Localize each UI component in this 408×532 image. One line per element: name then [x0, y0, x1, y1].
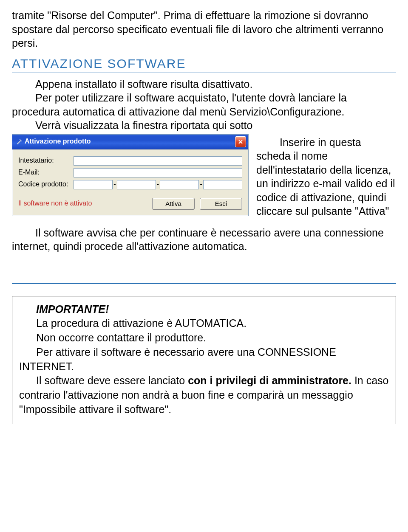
- dash-icon: -: [157, 180, 159, 189]
- code-seg-3[interactable]: [160, 180, 199, 189]
- label-codice: Codice prodotto:: [18, 180, 74, 189]
- code-seg-2[interactable]: [117, 180, 156, 189]
- note-title: IMPORTANTE!: [36, 303, 109, 315]
- section-line-2: Per poter utilizzare il software acquist…: [12, 91, 396, 118]
- code-seg-4[interactable]: [203, 180, 242, 189]
- label-intestatario: Intestatario:: [18, 156, 74, 165]
- note-line-3: Per attivare il software è necessario av…: [19, 345, 389, 374]
- product-code-group: - - -: [74, 180, 242, 189]
- dialog-title: Attivazione prodotto: [25, 137, 91, 146]
- section-intro: Appena installato il software risulta di…: [12, 77, 396, 91]
- note-line-4: Il software deve essere lanciato con i p…: [19, 374, 389, 417]
- note-line-1: La procedura di attivazione è AUTOMATICA…: [19, 316, 389, 331]
- side-instructions: Inserire in questa scheda il nome dell'i…: [256, 134, 396, 218]
- section-line-1: Appena installato il software risulta di…: [12, 77, 396, 91]
- attiva-button[interactable]: Attiva: [152, 198, 195, 210]
- svg-point-2: [21, 141, 22, 141]
- svg-point-0: [20, 140, 21, 141]
- code-seg-1[interactable]: [74, 180, 113, 189]
- wand-icon: [16, 138, 23, 145]
- esci-button[interactable]: Esci: [200, 198, 242, 210]
- intro-paragraph: tramite "Risorse del Computer". Prima di…: [12, 8, 396, 50]
- important-note-box: IMPORTANTE! La procedura di attivazione …: [12, 296, 396, 424]
- input-intestatario[interactable]: [74, 156, 242, 166]
- label-email: E-Mail:: [18, 168, 74, 177]
- svg-point-1: [20, 139, 20, 140]
- close-button[interactable]: [235, 136, 246, 147]
- activation-dialog: Attivazione prodotto Intestatario: E-Mai…: [12, 134, 249, 216]
- post-dialog-paragraph: Il software avvisa che per continuare è …: [12, 226, 396, 253]
- dash-icon: -: [113, 180, 116, 189]
- status-text: Il software non è attivato: [18, 199, 92, 208]
- dialog-titlebar: Attivazione prodotto: [12, 135, 248, 149]
- dialog-body: Intestatario: E-Mail: Codice prodotto: -…: [12, 149, 248, 216]
- section-heading-attivazione: ATTIVAZIONE SOFTWARE: [12, 55, 396, 73]
- note-line-2: Non occorre contattare il produttore.: [19, 331, 389, 345]
- dash-icon: -: [200, 180, 202, 189]
- input-email[interactable]: [74, 168, 242, 177]
- section-line-3: Verrà visualizzata la finestra riportata…: [12, 118, 396, 132]
- section-divider: [12, 283, 396, 284]
